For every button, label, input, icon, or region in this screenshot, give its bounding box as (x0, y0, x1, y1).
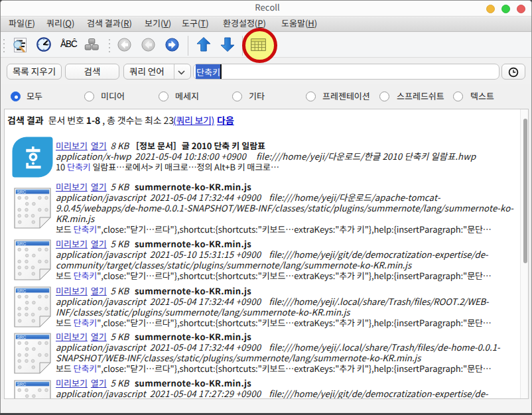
svg-text:SRC: SRC (17, 241, 27, 246)
svg-text:SRC: SRC (17, 190, 27, 194)
svg-text:SRC: SRC (17, 335, 27, 339)
svg-text:SRC: SRC (17, 382, 27, 386)
svg-text:SRC: SRC (17, 288, 27, 293)
